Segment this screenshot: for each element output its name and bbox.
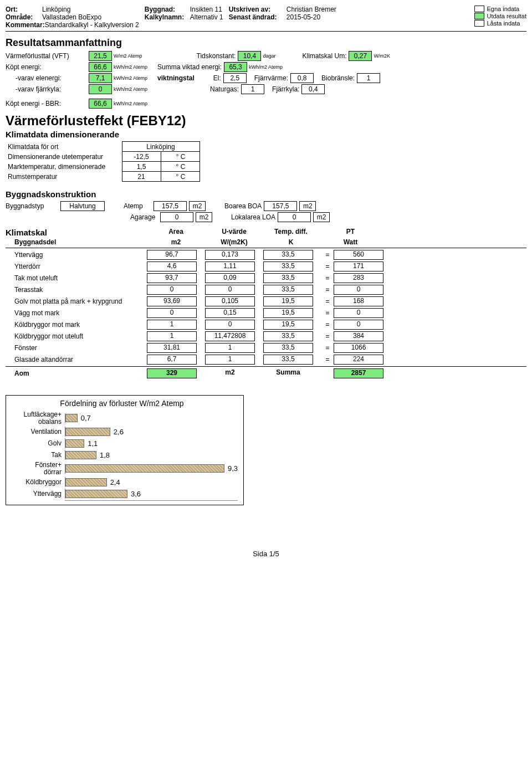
chart-bar — [65, 478, 107, 486]
klimdata-rum-unit: ° C — [161, 172, 200, 182]
ks-sum-pt: 2857 — [334, 368, 383, 378]
chart-bar-area: 3,6 — [65, 489, 238, 499]
chart-bar-label: Luftläckage+ obalans — [6, 411, 65, 425]
equals-sign: = — [321, 298, 334, 305]
chart-bar-row: Fönster+ dörrar9,3 — [6, 462, 238, 475]
elen-value: 7,1 — [89, 73, 112, 83]
ks-row-pt: 0 — [334, 308, 383, 318]
ks-row-area: 31,81 — [147, 343, 197, 353]
ks-row-tempdiff: 19,5 — [263, 296, 313, 306]
chart-bar-label: Fönster+ dörrar — [6, 462, 65, 475]
ks-row-name: Ytterdörr — [6, 263, 147, 270]
vft-label: Värmeförlusttal (VFT) — [6, 52, 86, 60]
fjk-label: -varav fjärrkyla: — [16, 85, 86, 93]
swatch-lasta-icon — [474, 20, 484, 27]
byggnadstyp-label: Byggnadstyp — [6, 202, 58, 210]
ks-sum-summa: Summa — [263, 368, 313, 378]
klimatskal-row: Vägg mot mark00,1519,5=0 — [6, 308, 526, 318]
kommentar-value: Standardkalkyl - Kalkylversion 2 — [45, 21, 139, 29]
ks-sh-m2: m2 — [147, 238, 205, 246]
vft-value: 21,5 — [89, 51, 112, 61]
kalkylnamn-value: Alternativ 1 — [190, 13, 223, 21]
chart-title: Fördelning av förluster W/m2 Atemp — [6, 399, 238, 408]
byggnad-label: Byggnad: — [145, 6, 190, 13]
chart-bar-area: 2,6 — [65, 427, 238, 437]
klimdata-rum-value: 21 — [122, 172, 161, 182]
ks-row-uvarde: 0,105 — [205, 296, 255, 306]
ks-row-pt: 283 — [334, 273, 383, 283]
kommentar-label: Kommentar: — [6, 21, 45, 29]
swatch-utdata-icon — [474, 13, 484, 19]
klimdata-row-ort: Klimatdata för ort Linköping — [6, 142, 200, 152]
omrade-value: Vallastaden BoExpo — [42, 13, 101, 21]
klimatskal-row: Golv mot platta på mark + krypgrund93,69… — [6, 296, 526, 306]
ort-label: Ort: — [6, 6, 42, 13]
vft-row: Värmeförlusttal (VFT) 21,5 W/m2 Atemp Ti… — [6, 51, 526, 61]
equals-sign: = — [321, 263, 334, 270]
klimatskal-header: Klimatskal Area U-värde Temp. diff. PT — [6, 228, 526, 237]
ks-h-pt: PT — [319, 228, 382, 237]
fjk-unit: kWh/m2 Atemp — [114, 86, 147, 92]
page-footer: Sida 1/5 — [6, 550, 526, 558]
klimdata-rum-label: Rumstemperatur — [6, 172, 122, 182]
ks-row-uvarde: 0 — [205, 285, 255, 295]
utskriven-label: Utskriven av: — [229, 6, 287, 13]
legend-egna: Egna indata — [487, 6, 519, 12]
ks-row-area: 96,7 — [147, 250, 197, 260]
ks-row-pt: 171 — [334, 262, 383, 271]
kalkylnamn-label: Kalkylnamn: — [145, 13, 190, 21]
ks-row-uvarde: 1 — [205, 355, 255, 365]
senast-label: Senast ändrad: — [229, 13, 287, 21]
klimatskal-row: Fönster31,81133,5=1066 — [6, 343, 526, 353]
boa-unit: m2 — [299, 201, 316, 211]
ks-row-area: 0 — [147, 285, 197, 295]
ks-row-tempdiff: 33,5 — [263, 343, 313, 353]
senast-value: 2015-05-20 — [287, 13, 320, 21]
chart-bar-value: 0,7 — [81, 414, 91, 422]
klimdata-ute-value: -12,5 — [122, 152, 161, 162]
kopt-row: Köpt energi: 66,6 kWh/m2 Atemp Summa vik… — [6, 62, 526, 72]
color-legend: Egna indata Utdata resultat Låsta indata — [474, 6, 526, 29]
klimatskal-row: Yttervägg96,70,17333,5=560 — [6, 250, 526, 260]
chart-bar-area: 9,3 — [65, 464, 238, 474]
chart-bar — [65, 414, 78, 422]
ks-h-area: Area — [147, 228, 205, 237]
ks-row-tempdiff: 19,5 — [263, 308, 313, 318]
klimdata-row-rum: Rumstemperatur 21 ° C — [6, 172, 200, 182]
fky-label: Fjärrkyla: — [272, 85, 299, 93]
ks-row-name: Fönster — [6, 344, 147, 352]
tids-value: 10,4 — [238, 51, 261, 61]
loa-value: 0 — [278, 212, 311, 222]
header-col-location: Ort:Linköping Område:Vallastaden BoExpo … — [6, 6, 139, 29]
klimatskal-rows: Yttervägg96,70,17333,5=560Ytterdörr4,61,… — [6, 250, 526, 365]
klimatskal-title: Klimatskal — [6, 228, 147, 237]
chart-bar-row: Luftläckage+ obalans0,7 — [6, 411, 238, 425]
nat-label: Naturgas: — [210, 85, 239, 93]
ks-sum-name: Aom — [6, 370, 147, 377]
summa-label: Summa viktad energi: — [157, 63, 222, 71]
ks-row-name: Tak mot uteluft — [6, 274, 147, 282]
chart-bar-label: Golv — [6, 440, 65, 447]
bbr-value: 66,6 — [89, 99, 112, 109]
ort-value: Linköping — [42, 6, 70, 13]
ks-row-area: 4,6 — [147, 262, 197, 271]
nat-value: 1 — [241, 84, 264, 94]
fjk-row: -varav fjärrkyla: 0 kWh/m2 Atemp Naturga… — [6, 84, 526, 94]
ks-row-uvarde: 1 — [205, 343, 255, 353]
ks-row-name: Terasstak — [6, 286, 147, 294]
ks-row-pt: 224 — [334, 355, 383, 365]
header-columns: Ort:Linköping Område:Vallastaden BoExpo … — [6, 6, 474, 29]
chart-bar-row: Köldbryggor2,4 — [6, 477, 238, 487]
byggkon-row2: Agarage 0 m2 Lokalarea LOA 0 m2 — [6, 212, 526, 222]
ks-row-area: 0 — [147, 308, 197, 318]
chart-bar — [65, 490, 127, 498]
byggnadstyp-value: Halvtung — [60, 201, 105, 211]
ks-row-uvarde: 1,11 — [205, 262, 255, 271]
fjarr-label: Fjärrvärme: — [254, 74, 288, 82]
klimatskal-row: Köldbryggor mot mark1019,5=0 — [6, 320, 526, 330]
ks-row-name: Golv mot platta på mark + krypgrund — [6, 298, 147, 305]
legend-lasta: Låsta indata — [487, 20, 520, 27]
summa-unit: kWh/m2 Atemp — [249, 64, 283, 70]
tids-label: Tidskonstant: — [197, 52, 236, 60]
kopt-value: 66,6 — [89, 62, 112, 72]
